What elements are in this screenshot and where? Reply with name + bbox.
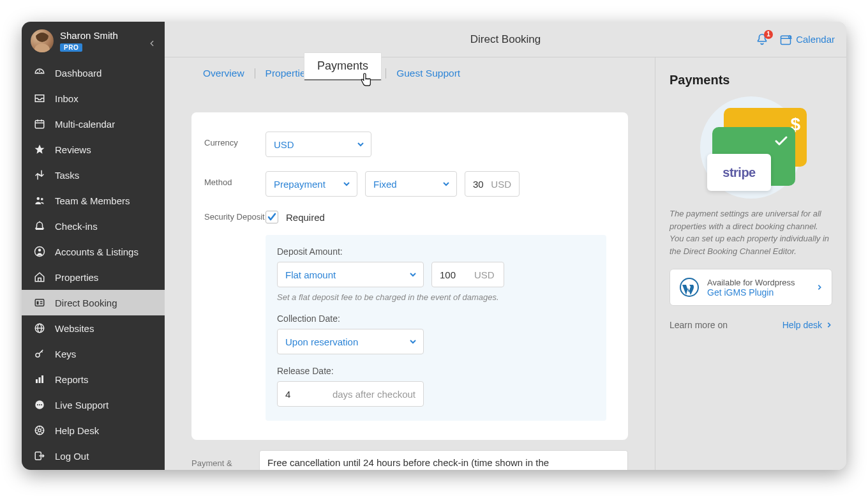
sidebar-item-label: Team & Members [55,195,130,206]
sidebar-item-accounts-listings[interactable]: Accounts & Listings [22,239,165,264]
sidebar-item-label: Multi-calendar [55,119,115,130]
svg-point-23 [39,404,40,405]
direct-icon [33,296,46,309]
sidebar-item-label: Direct Booking [55,298,117,308]
sidebar-item-help-desk[interactable]: Help Desk [22,418,165,443]
sidebar-item-reports[interactable]: Reports [22,366,165,392]
wordpress-plugin-card[interactable]: Available for Wordpress Get iGMS Plugin [670,269,832,306]
team-icon [33,194,46,207]
chevron-down-icon [442,180,450,188]
app-window: Sharon Smith PRO DashboardInboxMulti-cal… [22,22,846,470]
sidebar-item-dashboard[interactable]: Dashboard [22,60,165,86]
method-type-select[interactable]: Fixed [365,171,457,197]
page-title: Direct Booking [470,33,541,46]
key-icon [33,347,46,360]
payments-form-card: Currency USD Method [191,112,628,440]
sidebar-item-team-members[interactable]: Team & Members [22,188,165,213]
svg-point-30 [789,35,791,38]
sidebar-item-tasks[interactable]: Tasks [22,162,165,188]
sidebar-item-properties[interactable]: Properties [22,264,165,290]
sidebar-nav: DashboardInboxMulti-calendarReviewsTasks… [22,60,165,470]
chevron-down-icon [409,271,417,278]
cancellation-row: Payment & Free cancellation until 24 hou… [191,450,628,470]
required-checkbox[interactable] [266,211,278,223]
chevron-down-icon [343,180,350,188]
sidebar-item-label: Help Desk [55,425,99,436]
sidebar-item-label: Reports [55,374,89,385]
sidebar: Sharon Smith PRO DashboardInboxMulti-cal… [22,22,165,470]
sidebar-item-live-support[interactable]: Live Support [22,392,165,418]
svg-point-17 [36,353,40,357]
wp-available-label: Available for Wordpress [707,278,809,287]
sidebar-item-label: Inbox [55,93,79,104]
cursor-hand-icon [357,72,374,89]
svg-point-24 [41,404,42,405]
sidebar-item-multi-calendar[interactable]: Multi-calendar [22,111,165,137]
home-icon [33,271,46,283]
sidebar-collapse-button[interactable] [144,36,160,51]
tabs: Overview Properties Payments Guest Suppo… [165,57,655,82]
tasks-icon [33,169,46,181]
sidebar-item-label: Dashboard [55,68,101,79]
notifications-badge: 1 [764,30,773,39]
svg-point-9 [38,249,41,252]
calendar-icon [33,117,46,130]
sidebar-item-label: Log Out [55,451,89,462]
sidebar-item-direct-booking[interactable]: Direct Booking [22,290,165,315]
method-prepayment-select[interactable]: Prepayment [266,171,357,197]
security-deposit-label: Security Deposit [204,211,266,222]
dashboard-icon [33,66,46,79]
sidebar-item-log-out[interactable]: Log Out [22,443,165,469]
sidebar-item-label: Accounts & Listings [55,246,138,257]
side-panel: Payments $ stripe The payment settings a… [655,57,846,470]
deposit-amount-input[interactable]: 100 USD [431,262,504,287]
globe-icon [33,322,46,335]
sidebar-item-label: Keys [55,349,76,359]
collection-date-select[interactable]: Upon reservation [277,329,424,354]
wp-plugin-link: Get iGMS Plugin [707,287,809,298]
sidebar-item-label: Properties [55,272,98,283]
calendar-button[interactable]: Calendar [779,33,835,46]
deposit-amount-type-select[interactable]: Flat amount [277,262,424,287]
calendar-label: Calendar [796,34,835,45]
notifications-button[interactable]: 1 [755,33,769,47]
pro-badge: PRO [60,43,82,52]
learn-more-label: Learn more on [670,320,728,330]
reports-icon [33,373,46,386]
sidebar-item-check-ins[interactable]: Check-ins [22,213,165,239]
chevron-down-icon [409,338,417,345]
sidebar-item-label: Tasks [55,170,79,181]
sidebar-item-keys[interactable]: Keys [22,341,165,366]
main: Direct Booking 1 Calendar Overview Prope… [165,22,846,470]
help-desk-link[interactable]: Help desk [782,320,832,330]
svg-point-1 [34,43,50,52]
logout-icon [33,449,46,462]
svg-point-7 [41,198,43,200]
sidebar-item-websites[interactable]: Websites [22,315,165,341]
tab-overview[interactable]: Overview [200,65,247,82]
svg-rect-11 [37,301,39,305]
svg-rect-20 [41,375,43,383]
currency-select[interactable]: USD [266,132,371,157]
cancellation-text-input[interactable]: Free cancellation until 24 hours before … [259,450,628,470]
payments-popup-label: Payments [317,59,368,72]
deposit-amount-hint: Set a flat deposit fee to be charged in … [277,292,595,302]
inbox-icon [33,92,46,105]
deposit-amount-label: Deposit Amount: [277,246,595,257]
user-block[interactable]: Sharon Smith PRO [22,22,165,60]
release-date-label: Release Date: [277,366,595,376]
wordpress-icon [679,277,700,298]
sidebar-item-label: Reviews [55,144,91,155]
currency-label: Currency [204,132,266,147]
sidebar-item-inbox[interactable]: Inbox [22,86,165,111]
chevron-right-icon [816,284,823,290]
method-amount-input[interactable]: 30 USD [465,171,520,197]
method-label: Method [204,171,266,187]
svg-line-31 [791,38,791,38]
bell-icon [33,220,46,232]
sidebar-item-reviews[interactable]: Reviews [22,137,165,162]
svg-rect-2 [35,121,44,128]
payments-illustration: $ stripe [670,96,832,199]
release-date-input[interactable]: 4 days after checkout [277,381,424,407]
tab-guest-support[interactable]: Guest Support [394,65,463,82]
